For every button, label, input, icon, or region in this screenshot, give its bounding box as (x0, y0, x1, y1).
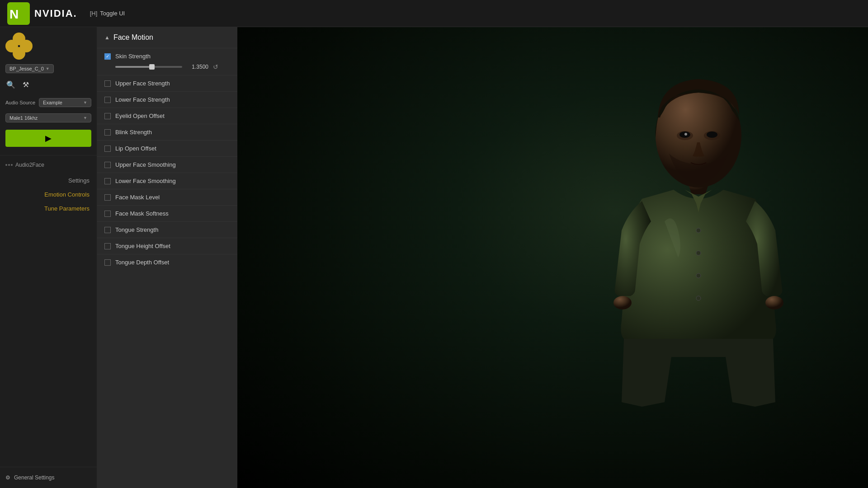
parameter-panel: ▲ Face Motion Skin Strength 1.3500 ↺ Upp… (97, 27, 237, 488)
sidebar-divider (0, 155, 97, 155)
face-mask-level-checkbox[interactable] (104, 194, 111, 201)
list-item: Lower Face Smoothing (97, 173, 237, 189)
list-item: Tongue Height Offset (97, 238, 237, 254)
toggle-ui-button[interactable]: [H] Toggle UI (86, 8, 129, 19)
panel-collapse-arrow-icon[interactable]: ▲ (104, 34, 110, 41)
tongue-strength-checkbox[interactable] (104, 227, 111, 233)
list-item: Face Mask Softness (97, 205, 237, 221)
svg-point-9 (696, 251, 701, 255)
face-mask-softness-checkbox[interactable] (104, 211, 111, 217)
character-model (552, 41, 845, 488)
list-item: Eyelid Open Offset (97, 108, 237, 124)
lower-face-strength-label: Lower Face Strength (115, 96, 230, 103)
sample-rate-dropdown-arrow-icon: ▼ (83, 116, 87, 120)
upper-face-smoothing-checkbox[interactable] (104, 162, 111, 168)
avatar-dropdown-arrow-icon: ▼ (46, 66, 50, 71)
search-button[interactable]: 🔍 (5, 80, 16, 90)
skin-strength-value: 1.3500 (186, 64, 208, 70)
toggle-ui-label: Toggle UI (100, 10, 125, 17)
lip-open-offset-label: Lip Open Offset (115, 145, 230, 152)
audio-source-dropdown-arrow-icon: ▼ (83, 100, 87, 105)
skin-strength-slider-thumb[interactable] (149, 64, 155, 70)
tongue-strength-label: Tongue Strength (115, 226, 230, 233)
upper-face-strength-label: Upper Face Strength (115, 80, 230, 87)
audio2face-section: Audio2Face (0, 158, 97, 172)
3d-viewport[interactable] (237, 27, 868, 488)
svg-point-10 (696, 273, 701, 278)
avatar-name-row: BP_Jesse_C_0 ▼ (5, 64, 91, 73)
play-icon: ▶ (45, 133, 52, 143)
svg-point-13 (765, 296, 783, 310)
skin-strength-row: Skin Strength 1.3500 ↺ (97, 48, 237, 75)
general-settings-button[interactable]: ⚙ General Settings (5, 473, 54, 483)
tongue-depth-offset-checkbox[interactable] (104, 259, 111, 266)
svg-point-12 (613, 296, 632, 310)
sidebar-item-tune-parameters[interactable]: Tune Parameters (0, 202, 97, 216)
tool-button[interactable]: ⚒ (22, 80, 30, 90)
avatar-clover-icon (5, 33, 33, 60)
blink-strength-checkbox[interactable] (104, 129, 111, 136)
sample-rate-value: Male1 16khz (9, 115, 38, 121)
nvidia-wordmark: NVIDIA. (34, 8, 77, 19)
status-dots-icon (5, 164, 13, 166)
tongue-height-offset-label: Tongue Height Offset (115, 243, 230, 249)
audio-source-value: Example (43, 100, 62, 105)
face-mask-level-label: Face Mask Level (115, 194, 230, 201)
avatar-section (5, 33, 91, 60)
blink-strength-label: Blink Strength (115, 129, 230, 136)
lower-face-smoothing-label: Lower Face Smoothing (115, 178, 230, 184)
sidebar: BP_Jesse_C_0 ▼ 🔍 ⚒ Audio Source Example … (0, 27, 97, 488)
sidebar-bottom: ⚙ General Settings (0, 467, 97, 488)
list-item: Upper Face Smoothing (97, 156, 237, 173)
audio-source-row: Audio Source Example ▼ (5, 98, 91, 107)
list-item: Lip Open Offset (97, 140, 237, 156)
upper-face-smoothing-label: Upper Face Smoothing (115, 161, 230, 168)
list-item: Lower Face Strength (97, 91, 237, 108)
tongue-height-offset-checkbox[interactable] (104, 243, 111, 249)
panel-header: ▲ Face Motion (97, 27, 237, 48)
sidebar-top: BP_Jesse_C_0 ▼ 🔍 ⚒ Audio Source Example … (0, 27, 97, 152)
face-mask-softness-label: Face Mask Softness (115, 210, 230, 217)
avatar-name-badge[interactable]: BP_Jesse_C_0 ▼ (5, 64, 54, 73)
sidebar-item-emotion-controls[interactable]: Emotion Controls (0, 188, 97, 202)
main-layout: BP_Jesse_C_0 ▼ 🔍 ⚒ Audio Source Example … (0, 27, 868, 488)
svg-text:N: N (9, 7, 19, 21)
eyelid-open-offset-label: Eyelid Open Offset (115, 113, 230, 119)
toggle-ui-bracket: [H] (90, 10, 98, 17)
audio2face-label: Audio2Face (15, 162, 44, 168)
svg-point-11 (696, 296, 701, 300)
play-button[interactable]: ▶ (5, 130, 91, 147)
list-item: Upper Face Strength (97, 75, 237, 91)
panel-header-title: Face Motion (113, 33, 153, 42)
skin-strength-slider-row: 1.3500 ↺ (104, 63, 230, 70)
list-item: Tongue Strength (97, 221, 237, 238)
topbar: N NVIDIA. [H] Toggle UI (0, 0, 868, 27)
eyelid-open-offset-checkbox[interactable] (104, 113, 111, 119)
sample-rate-select[interactable]: Male1 16khz ▼ (5, 113, 91, 122)
nvidia-eye-icon: N (7, 2, 30, 25)
lower-face-smoothing-checkbox[interactable] (104, 178, 111, 184)
avatar-name-text: BP_Jesse_C_0 (9, 66, 44, 71)
tongue-depth-offset-label: Tongue Depth Offset (115, 259, 230, 266)
skin-strength-checkbox[interactable] (104, 53, 111, 60)
skin-strength-header: Skin Strength (104, 53, 230, 60)
upper-face-strength-checkbox[interactable] (104, 80, 111, 87)
lower-face-strength-checkbox[interactable] (104, 97, 111, 103)
audio-source-label: Audio Source (5, 100, 35, 105)
svg-point-7 (684, 133, 687, 136)
lip-open-offset-checkbox[interactable] (104, 145, 111, 152)
sidebar-item-settings[interactable]: Settings (0, 174, 97, 188)
sidebar-nav: Settings Emotion Controls Tune Parameter… (0, 172, 97, 217)
audio-source-select[interactable]: Example ▼ (39, 98, 91, 107)
skin-strength-reset-button[interactable]: ↺ (212, 63, 219, 70)
gear-icon: ⚙ (5, 474, 10, 481)
svg-point-6 (707, 131, 717, 138)
general-settings-label: General Settings (14, 474, 54, 481)
skin-strength-slider-fill (115, 66, 152, 68)
character-svg (552, 41, 845, 488)
list-item: Blink Strength (97, 124, 237, 140)
nvidia-logo: N NVIDIA. (7, 2, 77, 25)
sidebar-icons-row: 🔍 ⚒ (5, 78, 91, 92)
skin-strength-slider-track[interactable] (115, 66, 182, 68)
skin-strength-label: Skin Strength (115, 53, 230, 60)
